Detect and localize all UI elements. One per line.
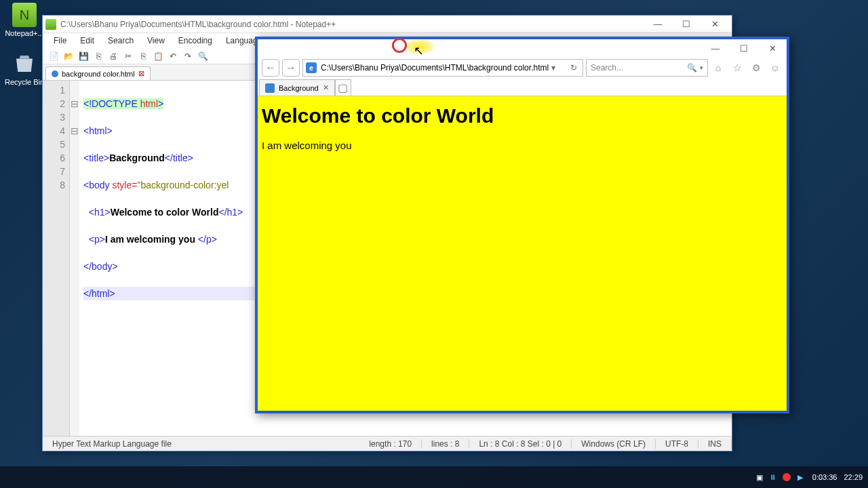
- ie-tab[interactable]: Background ✕: [259, 79, 335, 96]
- npp-titlebar[interactable]: C:\Users\Bhanu Priya\Documents\HTML\back…: [43, 16, 732, 33]
- home-icon[interactable]: ⌂: [711, 60, 726, 75]
- close-button[interactable]: ✕: [758, 40, 787, 56]
- notepadpp-icon: N: [12, 3, 37, 27]
- address-bar[interactable]: e C:\Users\Bhanu Priya\Documents\HTML\ba…: [302, 59, 583, 77]
- code-token: Background: [109, 152, 165, 163]
- status-length: length : 170: [359, 439, 422, 449]
- ie-tab-label: Background: [279, 84, 319, 92]
- page-heading: Welcome to color World: [262, 104, 783, 127]
- code-token: </p>: [198, 234, 217, 245]
- back-button[interactable]: ←: [262, 59, 279, 77]
- taskbar[interactable]: ▣ ⏸ ▶ 0:03:36 22:29: [0, 466, 868, 488]
- system-tray[interactable]: ▣ ⏸ ▶: [754, 472, 806, 483]
- page-paragraph: I am welcoming you: [262, 140, 783, 151]
- npp-file-tab[interactable]: background color.html ⊠: [45, 66, 151, 80]
- code-token: </body>: [83, 261, 118, 272]
- ie-window: — ☐ ✕ ← → e C:\Users\Bhanu Priya\Documen…: [255, 37, 789, 413]
- menu-file[interactable]: File: [47, 34, 73, 47]
- menu-encoding[interactable]: Encoding: [172, 34, 219, 47]
- save-all-icon[interactable]: ⎘: [92, 49, 105, 63]
- tray-record-icon[interactable]: [781, 472, 792, 483]
- search-dropdown-icon[interactable]: ▾: [700, 64, 703, 71]
- code-token: >: [158, 98, 163, 109]
- address-dropdown-icon[interactable]: ▾: [549, 63, 558, 73]
- npp-app-icon: [45, 19, 56, 30]
- new-file-icon[interactable]: 📄: [47, 49, 60, 63]
- ie-page-icon: e: [306, 62, 317, 73]
- status-position: Ln : 8 Col : 8 Sel : 0 | 0: [469, 439, 572, 449]
- code-token: </h1>: [218, 207, 243, 218]
- maximize-button[interactable]: ☐: [730, 40, 758, 56]
- fold-gutter[interactable]: ⊟⊟: [70, 81, 79, 436]
- minimize-button[interactable]: —: [701, 40, 730, 56]
- search-box[interactable]: Search... 🔍 ▾: [586, 59, 708, 77]
- code-token: <title>: [83, 152, 109, 163]
- tray-timer: 0:03:36: [812, 473, 837, 481]
- ie-tab-icon: [265, 83, 275, 93]
- file-saved-icon: [52, 70, 58, 77]
- menu-search[interactable]: Search: [101, 34, 140, 47]
- ie-content[interactable]: Welcome to color World I am welcoming yo…: [258, 96, 787, 411]
- code-token: <h1>: [89, 207, 111, 218]
- forward-button[interactable]: →: [282, 59, 300, 77]
- click-ring-annotation: [392, 38, 407, 53]
- code-token: </title>: [165, 152, 193, 163]
- status-mode: INS: [698, 439, 732, 449]
- code-token: <p>: [89, 234, 105, 245]
- tab-close-icon[interactable]: ✕: [323, 83, 329, 92]
- code-token: <body: [83, 180, 112, 190]
- code-token: <!DOCTYPE: [83, 98, 138, 109]
- recyclebin-icon: [12, 52, 37, 76]
- code-token: style=: [112, 180, 137, 190]
- code-token: I am welcoming you: [105, 234, 198, 245]
- npp-tab-label: background color.html: [62, 70, 135, 78]
- search-icon[interactable]: 🔍: [687, 63, 697, 73]
- minimize-button[interactable]: —: [644, 16, 672, 33]
- npp-statusbar: Hyper Text Markup Language file length :…: [43, 436, 732, 451]
- redo-icon[interactable]: ↷: [181, 49, 195, 63]
- search-placeholder: Search...: [591, 63, 623, 73]
- status-encoding: UTF-8: [656, 439, 698, 449]
- tray-icon[interactable]: ▣: [754, 472, 765, 483]
- code-token: html: [138, 98, 158, 109]
- copy-icon[interactable]: ⎘: [136, 49, 150, 63]
- cut-icon[interactable]: ✂: [121, 49, 135, 63]
- code-token: Welcome to color World: [111, 207, 219, 218]
- ie-navrow: ← → e C:\Users\Bhanu Priya\Documents\HTM…: [258, 57, 787, 79]
- ie-tabrow: Background ✕ ▢: [258, 79, 787, 96]
- smiley-icon[interactable]: ☺: [768, 60, 783, 75]
- code-token: <html>: [83, 125, 113, 136]
- desktop-icon-recyclebin[interactable]: Recycle Bin: [4, 52, 45, 86]
- find-icon[interactable]: 🔍: [196, 49, 210, 63]
- desktop-icon-notepadpp[interactable]: N Notepad+...: [4, 3, 45, 37]
- new-tab-button[interactable]: ▢: [335, 79, 351, 96]
- code-token: </html>: [83, 288, 115, 299]
- maximize-button[interactable]: ☐: [672, 16, 701, 33]
- desktop-icon-label: Notepad+...: [5, 29, 43, 37]
- code-token: "background-color:yel: [137, 180, 229, 190]
- favorites-icon[interactable]: ☆: [730, 60, 745, 75]
- highlight-annotation: [406, 39, 434, 54]
- tray-play-icon[interactable]: ▶: [795, 472, 806, 483]
- status-lines: lines : 8: [422, 439, 469, 449]
- tab-close-icon[interactable]: ⊠: [138, 69, 144, 78]
- desktop-icon-label: Recycle Bin: [5, 78, 44, 86]
- ie-titlebar[interactable]: — ☐ ✕: [258, 39, 787, 57]
- tools-icon[interactable]: ⚙: [749, 60, 764, 75]
- status-filetype: Hyper Text Markup Language file: [43, 439, 359, 449]
- address-text: C:\Users\Bhanu Priya\Documents\HTML\back…: [321, 63, 549, 73]
- undo-icon[interactable]: ↶: [166, 49, 180, 63]
- paste-icon[interactable]: 📋: [151, 49, 165, 63]
- status-eol: Windows (CR LF): [572, 439, 656, 449]
- npp-title: C:\Users\Bhanu Priya\Documents\HTML\back…: [60, 20, 644, 29]
- close-button[interactable]: ✕: [701, 16, 729, 33]
- tray-clock: 22:29: [844, 473, 863, 481]
- tray-pause-icon[interactable]: ⏸: [768, 472, 778, 483]
- open-file-icon[interactable]: 📂: [62, 49, 75, 63]
- line-gutter: 12345678: [43, 81, 70, 436]
- menu-edit[interactable]: Edit: [73, 34, 101, 47]
- print-icon[interactable]: 🖨: [106, 49, 120, 63]
- save-icon[interactable]: 💾: [77, 49, 90, 63]
- refresh-icon[interactable]: ↻: [568, 62, 580, 74]
- menu-view[interactable]: View: [140, 34, 172, 47]
